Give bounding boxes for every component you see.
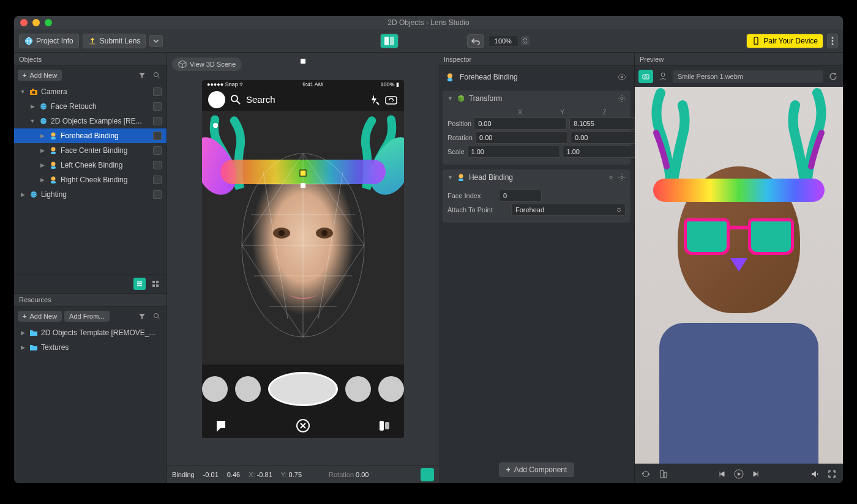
expand-arrow[interactable]: ▶ xyxy=(39,162,46,168)
scale-x[interactable] xyxy=(467,146,560,158)
lens-carousel[interactable] xyxy=(202,371,404,407)
viewport[interactable]: ●●●●● Snap ᯤ 9:41 AM 100% ▮ Search xyxy=(167,53,439,465)
chevron-up-icon[interactable] xyxy=(523,37,528,40)
visibility-checkbox[interactable] xyxy=(153,117,162,125)
preview-file-select[interactable]: Smile Person 1.webm xyxy=(673,70,823,83)
head-binding-component: ▼ Head Binding Face Index Attach To Poin… xyxy=(443,169,631,223)
expand-arrow[interactable]: ▶ xyxy=(39,177,46,183)
head-binding-header[interactable]: ▼ Head Binding xyxy=(443,169,631,185)
visibility-toggle[interactable] xyxy=(616,71,628,83)
binding-gizmo[interactable] xyxy=(299,169,307,177)
transform-header[interactable]: ▼ Transform xyxy=(443,91,631,106)
lens-option[interactable] xyxy=(345,376,371,402)
pair-device-button[interactable]: Pair Your Device xyxy=(746,34,823,48)
maximize-window[interactable] xyxy=(45,19,52,26)
add-from-button[interactable]: Add From... xyxy=(64,311,109,322)
visibility-checkbox[interactable] xyxy=(153,132,162,140)
visibility-checkbox[interactable] xyxy=(153,146,162,155)
visibility-checkbox[interactable] xyxy=(153,161,162,169)
preview-antler-left xyxy=(647,87,690,191)
menu-button[interactable] xyxy=(827,34,838,48)
face-index-input[interactable] xyxy=(499,190,542,202)
expand-arrow[interactable]: ▶ xyxy=(29,103,36,109)
rotation-x[interactable] xyxy=(475,132,568,144)
undo-button[interactable] xyxy=(467,34,484,48)
tree-item-forehead-binding[interactable]: ▶Forehead Binding xyxy=(14,128,167,143)
tree-item-face-retouch[interactable]: ▶Face Retouch xyxy=(14,99,167,114)
globe-icon xyxy=(24,37,33,45)
tree-item-camera[interactable]: ▼Camera xyxy=(14,84,167,99)
chat-icon xyxy=(214,418,229,433)
res-filter-button[interactable] xyxy=(136,310,148,322)
expand-arrow[interactable]: ▶ xyxy=(19,344,26,350)
preview-play-button[interactable] xyxy=(733,468,745,480)
tree-item-lighting[interactable]: ▶Lighting xyxy=(14,187,167,202)
preview-flip-button[interactable] xyxy=(640,468,652,480)
svg-point-19 xyxy=(51,133,56,137)
list-icon xyxy=(136,280,143,287)
grid-view-button[interactable] xyxy=(149,278,162,290)
submit-dropdown[interactable] xyxy=(149,35,163,47)
tree-item-right-cheek-binding[interactable]: ▶Right Cheek Binding xyxy=(14,172,167,187)
position-x[interactable] xyxy=(474,117,567,130)
svg-rect-20 xyxy=(51,137,56,139)
preview-prev-button[interactable] xyxy=(716,468,728,480)
lens-option[interactable] xyxy=(378,376,404,402)
filter-button[interactable] xyxy=(136,69,148,81)
expand-arrow[interactable]: ▶ xyxy=(19,191,26,198)
link-icon[interactable] xyxy=(607,174,615,181)
tree-item-left-cheek-binding[interactable]: ▶Left Cheek Binding xyxy=(14,158,167,172)
close-window[interactable] xyxy=(20,19,28,26)
visibility-checkbox[interactable] xyxy=(153,190,162,199)
gear-icon[interactable] xyxy=(618,174,626,181)
expand-arrow[interactable]: ▶ xyxy=(39,147,46,154)
project-info-button[interactable]: Project Info xyxy=(19,34,79,48)
handle-top[interactable] xyxy=(301,59,305,64)
visibility-checkbox[interactable] xyxy=(153,87,162,96)
submit-lens-button[interactable]: Submit Lens xyxy=(83,34,146,48)
add-object-button[interactable]: +Add New xyxy=(18,70,62,81)
gear-icon[interactable] xyxy=(618,95,626,102)
view-3d-button[interactable]: View 3D Scene xyxy=(172,57,242,71)
search-button[interactable] xyxy=(151,69,163,81)
svg-point-61 xyxy=(321,230,327,236)
tree-item-2d-objects-examples-re-[interactable]: ▼2D Objects Examples [RE... xyxy=(14,114,167,128)
lens-capture[interactable] xyxy=(268,372,338,406)
preview-refresh[interactable] xyxy=(827,70,839,83)
render-mode-button[interactable] xyxy=(421,468,434,481)
preview-person-toggle[interactable] xyxy=(657,70,669,83)
list-view-button[interactable] xyxy=(133,278,146,290)
preview-camera-toggle[interactable] xyxy=(638,70,653,83)
handle-center[interactable] xyxy=(301,183,305,188)
preview-fullscreen-button[interactable] xyxy=(826,468,838,480)
res-search-button[interactable] xyxy=(151,310,163,322)
preview-sound-button[interactable] xyxy=(809,468,821,480)
svg-rect-69 xyxy=(385,422,389,429)
tree-item-face-center-binding[interactable]: ▶Face Center Binding xyxy=(14,143,167,158)
add-resource-button[interactable]: +Add New xyxy=(18,311,62,322)
chevron-down-icon[interactable] xyxy=(523,41,528,44)
minimize-window[interactable] xyxy=(32,19,40,26)
lens-option[interactable] xyxy=(235,376,261,402)
visibility-checkbox[interactable] xyxy=(153,176,162,184)
expand-arrow[interactable]: ▶ xyxy=(19,330,26,336)
panels-toggle[interactable] xyxy=(380,34,399,48)
lens-option[interactable] xyxy=(202,376,228,402)
preview-device-button[interactable] xyxy=(657,468,669,480)
expand-arrow[interactable]: ▼ xyxy=(19,89,26,95)
preview-next-button[interactable] xyxy=(750,468,762,480)
visibility-checkbox[interactable] xyxy=(153,102,162,111)
objects-header: Objects xyxy=(14,53,167,66)
phone-frame: ●●●●● Snap ᯤ 9:41 AM 100% ▮ Search xyxy=(202,80,404,438)
add-component-button[interactable]: + Add Component xyxy=(499,462,575,477)
expand-arrow[interactable]: ▶ xyxy=(39,133,46,139)
svg-rect-32 xyxy=(152,281,155,283)
resource-item[interactable]: ▶2D Objects Template [REMOVE_... xyxy=(14,325,167,340)
svg-point-80 xyxy=(661,73,665,76)
expand-arrow[interactable]: ▼ xyxy=(29,118,36,124)
zoom-control[interactable]: 100% xyxy=(488,35,530,47)
close-icon[interactable] xyxy=(296,418,310,433)
attach-point-select[interactable]: Forehead xyxy=(511,204,626,216)
resource-item[interactable]: ▶Textures xyxy=(14,340,167,355)
handle-corner[interactable] xyxy=(213,123,218,128)
